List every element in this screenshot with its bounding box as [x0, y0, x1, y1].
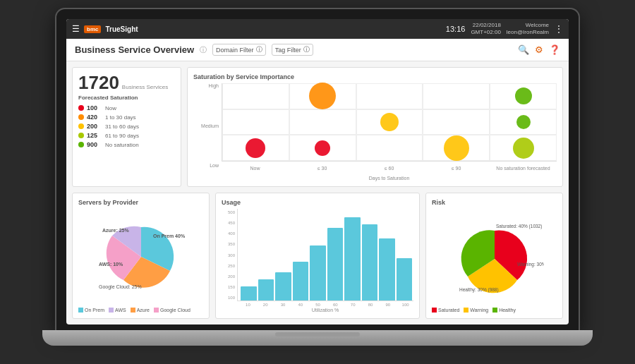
bubble — [380, 113, 399, 131]
main-content: 1720 Business Services Forecasted Satura… — [66, 61, 569, 324]
help-icon[interactable]: ❓ — [549, 44, 560, 55]
bar — [362, 224, 378, 301]
bubble — [513, 138, 534, 159]
bubble-cell — [289, 109, 356, 135]
domain-filter[interactable]: Domain Filter ⓘ — [212, 44, 266, 56]
bar — [275, 272, 291, 301]
sat-desc: 31 to 60 days — [105, 123, 139, 130]
bar — [258, 279, 274, 301]
bar-y-axis: 500 450 400 350 300 250 200 150 100 — [222, 209, 237, 313]
sat-row: 900 No saturation — [78, 141, 175, 148]
risk-pie-svg: Saturated: 40% (1032) Warning: 30% (988)… — [445, 218, 544, 296]
sat-num: 420 — [87, 114, 102, 121]
tag-filter-icon: ⓘ — [303, 45, 310, 54]
page-title-info-icon[interactable]: ⓘ — [200, 45, 207, 55]
sat-dot — [78, 133, 84, 138]
providers-legend: On Prem AWS Azure — [78, 308, 203, 313]
topbar: ☰ bmc TrueSight 13:16 22/02/2018 GMT+02:… — [66, 19, 569, 39]
usage-title: Usage — [222, 199, 413, 206]
bubble-cell — [490, 109, 557, 135]
sat-row: 100 Now — [78, 104, 175, 111]
legend-warning: Warning — [464, 308, 488, 313]
sat-dot — [78, 114, 84, 120]
bubble-grid — [222, 83, 557, 162]
bar — [397, 258, 413, 301]
sat-desc: No saturation — [105, 142, 139, 148]
bar-x-label: 80 — [363, 303, 379, 307]
tag-filter[interactable]: Tag Filter ⓘ — [272, 44, 313, 56]
pagebar-actions: 🔍 ⚙ ❓ — [518, 44, 560, 55]
bar-x-label: 20 — [258, 303, 274, 307]
pagebar: Business Service Overview ⓘ Domain Filte… — [66, 39, 569, 61]
settings-icon[interactable]: ⚙ — [535, 44, 543, 55]
search-icon[interactable]: 🔍 — [518, 44, 529, 55]
providers-pie-svg: On Prem 40% Azure: 25% AWS: 10% Google C… — [95, 218, 187, 296]
bottom-row: Servers by Provider — [72, 193, 563, 319]
bubble-cell — [423, 109, 490, 135]
bubble — [246, 138, 265, 158]
bar-chart-container: 500 450 400 350 300 250 200 150 100 — [222, 209, 413, 313]
laptop-base — [42, 330, 593, 346]
bubble-cell — [356, 83, 423, 109]
sat-row: 420 1 to 30 days — [78, 114, 175, 121]
bar-x-title: Utilization % — [237, 308, 413, 313]
menu-icon[interactable]: ☰ — [72, 24, 80, 34]
sat-desc: Now — [105, 105, 116, 111]
svg-text:Healthy: 30% (988): Healthy: 30% (988) — [459, 287, 499, 293]
providers-pie: On Prem 40% Azure: 25% AWS: 10% Google C… — [78, 209, 203, 305]
sat-desc: 61 to 90 days — [105, 133, 139, 139]
bubble-cell — [423, 135, 490, 161]
bubble-cell — [356, 109, 423, 135]
sat-dot — [78, 105, 84, 111]
bubble — [516, 115, 531, 129]
legend-google-color — [154, 308, 159, 313]
svg-text:Google Cloud: 25%: Google Cloud: 25% — [99, 284, 142, 290]
bar — [327, 228, 344, 301]
forecasted-label: Forecasted Saturation — [78, 95, 175, 101]
legend-warning-color — [464, 308, 468, 313]
y-axis-labels: High Medium Low — [193, 83, 222, 181]
bubble-cell — [289, 83, 356, 109]
saturation-panel: 1720 Business Services Forecasted Satura… — [72, 67, 181, 187]
topbar-datetime: 22/02/2018 GMT+02:00 — [471, 22, 500, 35]
risk-legend: Saturated Warning Healthy — [432, 308, 557, 313]
topbar-menu-icon[interactable]: ⋮ — [555, 24, 563, 34]
bubble-grid-wrapper: Now ≤ 30 ≤ 60 ≤ 90 No saturation forecas… — [222, 83, 557, 181]
bubble-cell — [490, 135, 557, 161]
bubble-cell — [490, 83, 557, 109]
app-name: TrueSight — [105, 25, 138, 33]
bar-x-label: 50 — [310, 303, 326, 307]
domain-filter-icon: ⓘ — [256, 45, 262, 54]
svg-text:On Prem 40%: On Prem 40% — [153, 233, 186, 238]
legend-saturated: Saturated — [432, 308, 459, 313]
bar-x-labels: 102030405060708090100 — [240, 303, 413, 307]
bubble — [515, 87, 532, 104]
screen-bezel: ☰ bmc TrueSight 13:16 22/02/2018 GMT+02:… — [56, 9, 579, 330]
bar-chart-main: 102030405060708090100 Utilization % — [237, 209, 413, 313]
risk-pie: Saturated: 40% (1032) Warning: 30% (988)… — [432, 209, 557, 305]
topbar-time: 13:16 — [446, 25, 466, 33]
legend-google: Google Cloud — [154, 308, 190, 313]
providers-panel: Servers by Provider — [72, 193, 210, 319]
top-row: 1720 Business Services Forecasted Satura… — [72, 67, 563, 187]
bubble — [444, 135, 469, 161]
bar — [241, 286, 257, 301]
bar-x-label: 60 — [327, 303, 344, 307]
bubble-cell — [222, 83, 289, 109]
legend-onprem: On Prem — [78, 308, 104, 313]
bubble-cell — [222, 109, 289, 135]
legend-aws-color — [109, 308, 114, 313]
svg-text:Azure: 25%: Azure: 25% — [102, 228, 130, 233]
svg-text:AWS: 10%: AWS: 10% — [99, 262, 123, 267]
bubble — [315, 140, 330, 156]
bar-x-label: 40 — [292, 303, 308, 307]
bmc-logo: bmc — [84, 25, 101, 33]
legend-saturated-color — [432, 308, 437, 313]
screen: ☰ bmc TrueSight 13:16 22/02/2018 GMT+02:… — [66, 19, 569, 324]
bubble-chart-area: High Medium Low Now — [193, 83, 557, 181]
bubble-cell — [423, 83, 490, 109]
bubble-cell — [222, 135, 289, 161]
x-axis-labels: Now ≤ 30 ≤ 60 ≤ 90 No saturation forecas… — [222, 162, 557, 174]
svg-text:Warning: 30% (988): Warning: 30% (988) — [517, 262, 544, 267]
usage-panel: Usage 500 450 400 350 300 250 — [215, 193, 420, 319]
